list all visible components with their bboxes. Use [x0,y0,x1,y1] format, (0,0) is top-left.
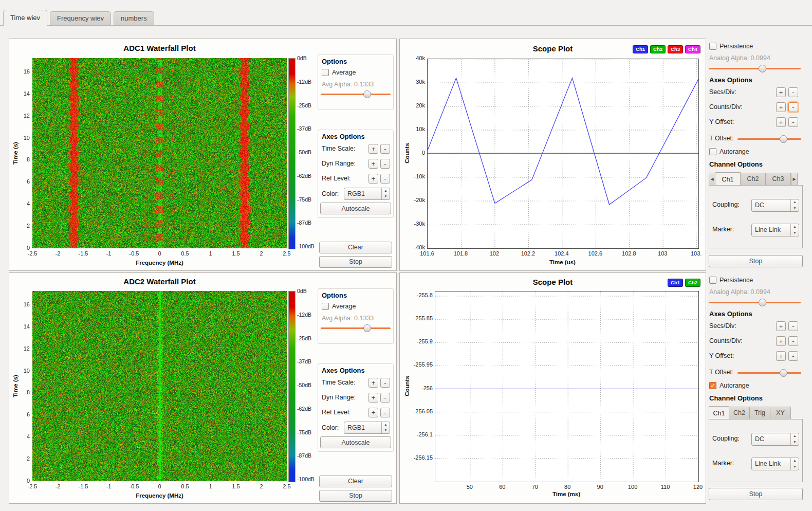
channel-tab-ch1[interactable]: Ch1 [715,172,741,186]
analog-alpha-slider[interactable] [709,298,801,306]
stop-button[interactable]: Stop [709,488,803,500]
spin-up-icon[interactable]: ▲ [791,458,799,464]
spin-down-icon[interactable]: ▼ [791,440,799,446]
spin-up-icon[interactable]: ▲ [791,224,799,230]
spin-up-icon[interactable]: ▲ [382,422,390,428]
counts-div-plus-button[interactable]: + [776,102,786,112]
secs-div-plus-button[interactable]: + [776,87,786,97]
dyn-range-plus-button[interactable]: + [368,393,378,403]
scope2-plot[interactable] [435,291,699,482]
channel-tabs-scroll-right[interactable]: ▶ [791,173,798,186]
tab-time-wiev[interactable]: Time wiev [3,10,47,26]
marker-spinbox[interactable]: Line Link ▲▼ [751,224,799,236]
waterfall1-plot[interactable] [32,58,287,248]
spin-down-icon[interactable]: ▼ [791,464,799,470]
color-spinbox[interactable]: RGB1 ▲▼ [344,422,390,434]
ref-level-minus-button[interactable]: - [380,408,390,417]
y-offset-minus-button[interactable]: - [788,117,798,127]
slider-handle[interactable] [363,324,371,332]
coupling-spinbox[interactable]: DC ▲▼ [751,199,799,212]
ref-level-plus-button[interactable]: + [368,408,378,417]
stop-button[interactable]: Stop [319,256,392,268]
ref-level-minus-button[interactable]: - [380,174,390,184]
slider-handle[interactable] [759,65,766,72]
y-offset-minus-button[interactable]: - [788,351,798,361]
persistence-checkbox[interactable] [709,277,716,284]
average-checkbox[interactable] [322,69,329,76]
channel-tab-ch2[interactable]: Ch2 [741,173,766,186]
channel-tab-ch3[interactable]: Ch3 [766,173,791,186]
autoscale-button[interactable]: Autoscale [320,203,391,214]
marker-value[interactable]: Line Link [752,458,790,470]
analog-alpha-slider[interactable] [709,64,801,72]
channel-tab-xy[interactable]: XY [770,407,791,419]
channel-tabs-scroll-left[interactable]: ◀ [709,173,715,186]
channel-tab-ch2[interactable]: Ch2 [729,407,750,419]
x-tick-label: 102.8 [618,250,640,257]
stop-button[interactable]: Stop [709,255,803,267]
spin-down-icon[interactable]: ▼ [791,230,799,236]
counts-div-minus-button[interactable]: - [788,336,798,346]
dyn-range-minus-button[interactable]: - [380,159,390,169]
slider-handle[interactable] [780,369,787,377]
time-scale-plus-button[interactable]: + [368,378,378,388]
avg-alpha-slider[interactable] [321,324,391,332]
y-offset-plus-button[interactable]: + [776,117,786,127]
spin-down-icon[interactable]: ▼ [791,206,799,212]
stop-button[interactable]: Stop [319,490,392,502]
marker-value[interactable]: Line Link [752,224,790,236]
spin-up-icon[interactable]: ▲ [791,433,799,440]
color-spinbox[interactable]: RGB1 ▲▼ [344,188,390,200]
x-tick-label: 1.5 [226,250,246,257]
scope1-plot[interactable] [427,59,699,249]
y-tick-label: -30k [401,221,425,227]
secs-div-minus-button[interactable]: - [788,87,798,97]
tab-frequency-wiev[interactable]: Frequency wiev [50,11,111,26]
persistence-row: Persistence [709,43,753,50]
average-checkbox[interactable] [322,303,329,310]
persistence-checkbox[interactable] [709,43,716,50]
options-group-title: Options [322,58,347,65]
spin-up-icon[interactable]: ▲ [791,199,799,206]
dyn-range-minus-button[interactable]: - [380,393,390,403]
secs-div-minus-button[interactable]: - [788,321,798,331]
time-scale-plus-button[interactable]: + [368,144,378,154]
secs-div-row: Secs/Div: + - [709,87,801,98]
time-scale-minus-button[interactable]: - [380,144,390,154]
coupling-value[interactable]: DC [752,433,790,445]
t-offset-slider[interactable] [737,369,801,377]
autorange-row: Autorange [709,148,749,155]
color-value[interactable]: RGB1 [344,422,381,433]
secs-div-plus-button[interactable]: + [776,321,786,331]
slider-handle[interactable] [759,299,766,306]
autorange-checkbox[interactable] [709,148,716,155]
slider-handle[interactable] [780,135,787,143]
counts-div-minus-button[interactable]: - [788,102,798,112]
t-offset-slider[interactable] [737,135,801,143]
autorange-checkbox[interactable]: ✓ [709,382,716,389]
channel-tab-ch1[interactable]: Ch1 [709,406,729,420]
y-offset-plus-button[interactable]: + [776,351,786,361]
waterfall2-plot[interactable] [32,291,287,481]
tab-numbers[interactable]: numbers [114,11,154,26]
spin-down-icon[interactable]: ▼ [382,428,390,433]
counts-div-plus-button[interactable]: + [776,336,786,346]
ref-level-plus-button[interactable]: + [368,174,378,184]
channel-tab-trig[interactable]: Trig [750,407,770,419]
dyn-range-plus-button[interactable]: + [368,159,378,169]
avg-alpha-slider[interactable] [321,90,391,98]
autoscale-button[interactable]: Autoscale [320,436,391,448]
coupling-spinbox[interactable]: DC ▲▼ [751,433,799,446]
clear-button[interactable]: Clear [319,242,392,253]
color-value[interactable]: RGB1 [344,188,381,199]
spin-down-icon[interactable]: ▼ [382,194,390,199]
waterfall2-colorbar [288,291,296,482]
clear-button[interactable]: Clear [319,476,392,487]
slider-handle[interactable] [363,90,371,98]
x-tick-label: 2.5 [276,250,297,257]
y-tick-label: 20k [401,102,425,108]
spin-up-icon[interactable]: ▲ [382,188,390,194]
time-scale-minus-button[interactable]: - [380,378,390,388]
coupling-value[interactable]: DC [752,199,790,211]
marker-spinbox[interactable]: Line Link ▲▼ [751,458,799,470]
